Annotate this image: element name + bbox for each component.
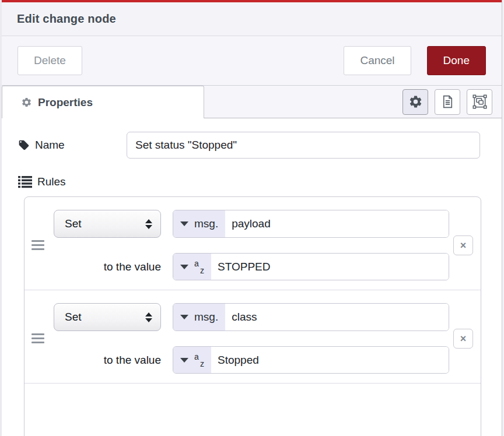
rule-1-value-type-button[interactable]: az	[173, 254, 211, 280]
name-input[interactable]	[127, 132, 480, 159]
rule-1-remove-button[interactable]: ×	[453, 235, 473, 255]
delete-button[interactable]: Delete	[18, 46, 82, 75]
rule-2-action-value: Set	[65, 311, 82, 324]
rule-1-to-label: to the value	[54, 253, 161, 280]
gear-icon	[408, 94, 423, 109]
name-field-row: Name	[18, 132, 480, 159]
close-icon: ×	[460, 333, 467, 344]
rule-2-property-prefix: msg.	[194, 311, 218, 324]
drag-handle-icon	[32, 333, 44, 343]
chevron-down-icon	[180, 358, 188, 363]
gear-icon	[21, 97, 32, 108]
rule-1-action-value: Set	[65, 217, 82, 230]
rule-1-drag-handle[interactable]	[32, 240, 54, 250]
string-type-icon: az	[194, 259, 204, 275]
string-type-icon: az	[194, 352, 204, 368]
properties-panel: Name Rules	[2, 118, 502, 436]
drag-handle-icon	[32, 240, 44, 250]
chevron-down-icon	[180, 221, 188, 226]
dialog-title: Edit change node	[17, 12, 116, 26]
close-icon: ×	[460, 240, 467, 251]
rule-2-remove-wrap: ×	[449, 329, 475, 349]
rule-2-drag-handle[interactable]	[32, 333, 54, 343]
rule-1-property-prefix: msg.	[194, 217, 218, 230]
rules-label-group: Rules	[18, 175, 480, 188]
object-group-icon	[473, 94, 487, 109]
tab-properties[interactable]: Properties	[2, 86, 204, 118]
name-label: Name	[35, 139, 65, 152]
tab-properties-label: Properties	[38, 96, 93, 109]
select-arrows-icon	[145, 219, 152, 229]
rule-2-property-input[interactable]	[225, 304, 449, 330]
dialog-button-bar: Delete Cancel Done	[2, 36, 502, 86]
rule-1-fields: Set msg. to the value	[54, 210, 449, 280]
editor-tab-row: Properties	[2, 86, 502, 118]
editor-icon-buttons	[402, 89, 492, 115]
rules-list: Set msg. to the value	[24, 196, 481, 436]
rule-2-value-input-group: az	[173, 346, 449, 374]
appearance-button[interactable]	[467, 89, 492, 115]
rule-2-property-input-group: msg.	[173, 303, 449, 331]
chevron-down-icon	[180, 265, 188, 269]
rule-2-value-input[interactable]	[211, 347, 449, 373]
rule-2-to-label: to the value	[54, 346, 161, 374]
rule-1-property-type-button[interactable]: msg.	[173, 210, 225, 237]
rule-2-property-type-button[interactable]: msg.	[173, 304, 225, 330]
name-input-wrap	[127, 132, 480, 159]
select-arrows-icon	[145, 312, 152, 322]
rule-1-value-input-group: az	[173, 253, 449, 280]
rule-row-2: Set msg. to the value	[24, 290, 481, 384]
list-icon	[18, 175, 32, 188]
cancel-button[interactable]: Cancel	[344, 46, 411, 75]
rule-2-value-type-button[interactable]: az	[173, 347, 211, 373]
rule-1-value-input[interactable]	[211, 254, 449, 280]
rules-label: Rules	[37, 175, 66, 188]
rule-row-1: Set msg. to the value	[24, 197, 481, 290]
rule-1-remove-wrap: ×	[449, 235, 475, 255]
rule-1-property-input-group: msg.	[173, 210, 449, 238]
rule-1-property-input[interactable]	[225, 210, 449, 237]
rule-2-remove-button[interactable]: ×	[453, 329, 473, 349]
chevron-down-icon	[180, 315, 188, 319]
tag-icon	[18, 139, 30, 151]
rule-1-action-select[interactable]: Set	[54, 210, 161, 238]
done-button[interactable]: Done	[427, 46, 486, 75]
properties-gear-button[interactable]	[402, 89, 428, 115]
description-button[interactable]	[435, 89, 460, 115]
rule-2-action-select[interactable]: Set	[54, 303, 161, 331]
document-icon	[440, 94, 455, 109]
rule-2-fields: Set msg. to the value	[54, 303, 449, 374]
name-label-group: Name	[18, 139, 127, 152]
edit-node-dialog: Edit change node Delete Cancel Done Prop…	[0, 0, 502, 436]
dialog-header: Edit change node	[2, 2, 502, 36]
